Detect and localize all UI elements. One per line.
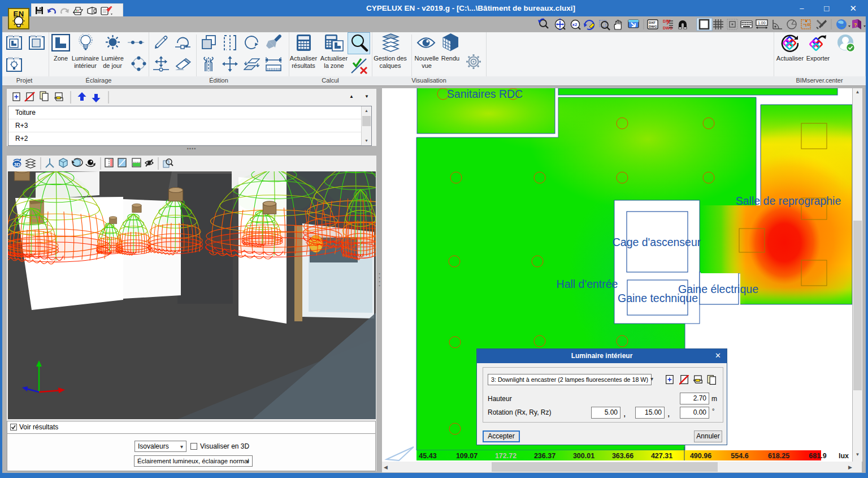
- svg-text:427.31: 427.31: [651, 452, 672, 460]
- svg-text:Salle de reprographie: Salle de reprographie: [736, 195, 841, 207]
- svg-text:363.66: 363.66: [612, 452, 633, 460]
- svg-text:109.07: 109.07: [456, 452, 478, 460]
- svg-text:618.25: 618.25: [768, 452, 789, 460]
- svg-text:x2: x2: [572, 22, 578, 27]
- svg-text:1.00: 1.00: [758, 21, 766, 25]
- svg-text:Gaine électrique: Gaine électrique: [678, 283, 758, 295]
- svg-text:DWG: DWG: [649, 25, 657, 28]
- svg-text:172.72: 172.72: [495, 452, 517, 460]
- svg-text:236.37: 236.37: [534, 452, 555, 460]
- svg-text:Cage d'ascenseur: Cage d'ascenseur: [613, 236, 701, 248]
- svg-text:lux: lux: [839, 452, 849, 460]
- svg-text:Sanitaires RDC: Sanitaires RDC: [447, 88, 523, 100]
- svg-text:681.9: 681.9: [809, 452, 826, 460]
- svg-text:490.96: 490.96: [690, 452, 711, 460]
- svg-text:Hall d'entrée: Hall d'entrée: [557, 278, 618, 290]
- svg-text:300.01: 300.01: [573, 452, 594, 460]
- svg-text:?: ?: [854, 22, 857, 28]
- svg-text:45.43: 45.43: [419, 452, 436, 460]
- svg-text:3D: 3D: [14, 162, 21, 167]
- svg-text:DXF: DXF: [649, 21, 656, 24]
- svg-text:554.6: 554.6: [731, 452, 748, 460]
